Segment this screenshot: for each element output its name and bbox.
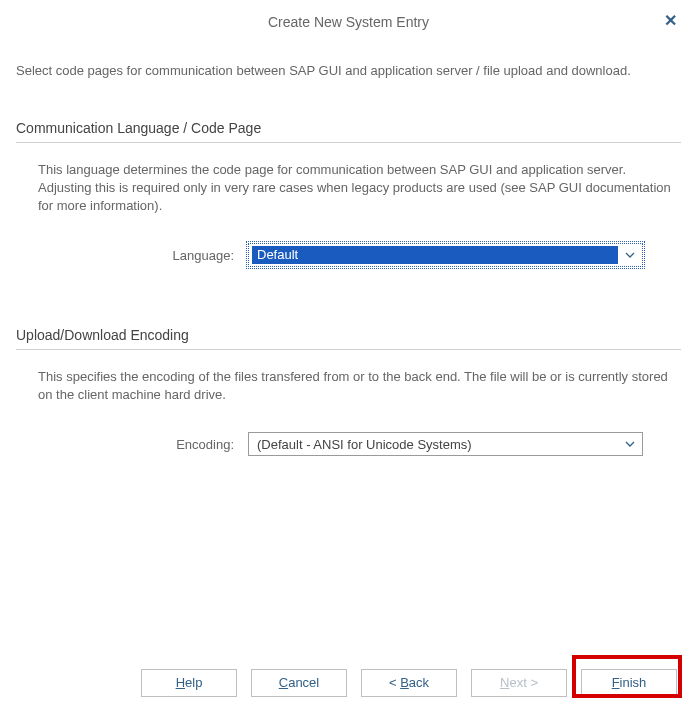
language-label: Language: <box>38 248 248 263</box>
divider <box>16 349 681 350</box>
button-bar: Help Cancel < Back Next > Finish <box>0 669 697 697</box>
section2-title: Upload/Download Encoding <box>16 327 681 343</box>
section2-desc: This specifies the encoding of the files… <box>16 368 681 404</box>
section1-title: Communication Language / Code Page <box>16 120 681 136</box>
encoding-row: Encoding: (Default - ANSI for Unicode Sy… <box>16 404 681 456</box>
encoding-value: (Default - ANSI for Unicode Systems) <box>257 437 614 452</box>
back-button[interactable]: < Back <box>361 669 457 697</box>
dialog: Create New System Entry ✕ Select code pa… <box>0 0 697 709</box>
language-value: Default <box>252 246 618 264</box>
chevron-down-icon <box>624 438 636 450</box>
divider <box>16 142 681 143</box>
language-dropdown[interactable]: Default <box>248 243 643 267</box>
dialog-header: Create New System Entry ✕ <box>16 12 681 40</box>
section1-desc: This language determines the code page f… <box>16 161 681 216</box>
finish-button[interactable]: Finish <box>581 669 677 697</box>
chevron-down-icon <box>624 249 636 261</box>
close-icon[interactable]: ✕ <box>660 12 681 30</box>
encoding-label: Encoding: <box>38 437 248 452</box>
dialog-title: Create New System Entry <box>268 14 429 30</box>
intro-text: Select code pages for communication betw… <box>16 62 681 80</box>
cancel-button[interactable]: Cancel <box>251 669 347 697</box>
help-button[interactable]: Help <box>141 669 237 697</box>
next-button: Next > <box>471 669 567 697</box>
language-row: Language: Default <box>16 215 681 267</box>
encoding-dropdown[interactable]: (Default - ANSI for Unicode Systems) <box>248 432 643 456</box>
